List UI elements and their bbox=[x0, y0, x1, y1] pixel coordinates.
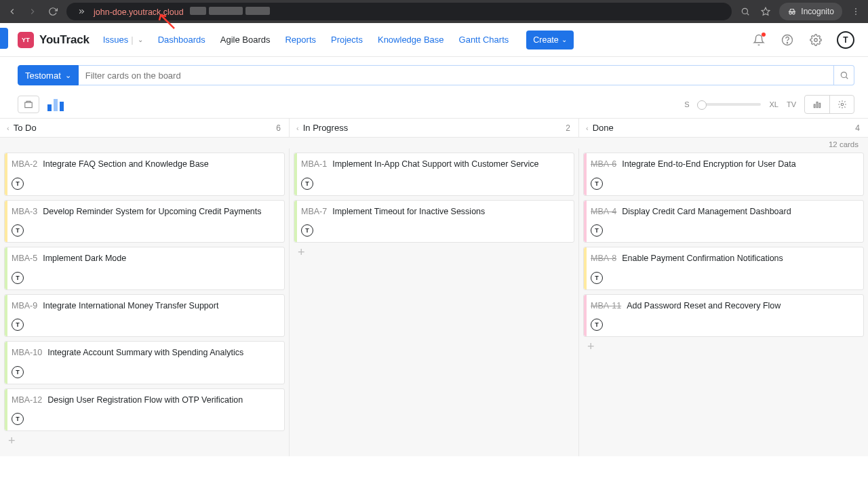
assignee-avatar[interactable]: T bbox=[12, 319, 24, 331]
browser-menu-icon[interactable] bbox=[849, 5, 863, 18]
card-title: Integrate International Money Transfer S… bbox=[43, 300, 218, 313]
logo-icon bbox=[18, 32, 34, 48]
card-id[interactable]: MBA-3 bbox=[12, 206, 37, 218]
column-header[interactable]: ‹ Done 4 bbox=[579, 119, 868, 137]
create-button[interactable]: Create ⌄ bbox=[526, 31, 574, 49]
card-id[interactable]: MBA-10 bbox=[12, 347, 42, 359]
incognito-badge[interactable]: Incognito bbox=[779, 3, 842, 20]
board-card[interactable]: MBA-8 Enable Payment Confirmation Notifi… bbox=[583, 247, 864, 290]
card-id[interactable]: MBA-12 bbox=[12, 395, 42, 407]
card-id[interactable]: MBA-8 bbox=[591, 253, 616, 265]
nav-knowledge-base[interactable]: Knowledge Base bbox=[378, 35, 444, 45]
notifications-icon[interactable] bbox=[751, 33, 766, 47]
forward-icon[interactable] bbox=[26, 5, 39, 18]
board-settings-icon[interactable] bbox=[829, 96, 854, 113]
svg-point-6 bbox=[855, 11, 856, 12]
incognito-icon bbox=[787, 7, 797, 16]
card-id[interactable]: MBA-1 bbox=[301, 159, 327, 171]
filter-input[interactable] bbox=[79, 65, 834, 85]
nav-gantt[interactable]: Gantt Charts bbox=[459, 35, 509, 45]
card-id[interactable]: MBA-11 bbox=[591, 300, 621, 313]
card-id[interactable]: MBA-9 bbox=[12, 300, 37, 313]
chevron-down-icon[interactable]: ⌄ bbox=[138, 36, 143, 43]
board-selector[interactable]: Testomat ⌄ bbox=[18, 65, 79, 85]
nav-dashboards[interactable]: Dashboards bbox=[158, 35, 205, 45]
svg-line-12 bbox=[846, 77, 848, 79]
card-id[interactable]: MBA-4 bbox=[591, 206, 616, 218]
assignee-avatar[interactable]: T bbox=[591, 272, 603, 284]
card-title: Design User Registration Flow with OTP V… bbox=[47, 395, 243, 407]
logo[interactable]: YouTrack bbox=[18, 32, 90, 48]
assignee-avatar[interactable]: T bbox=[12, 413, 24, 425]
board-card[interactable]: MBA-2 Integrate FAQ Section and Knowledg… bbox=[4, 153, 285, 196]
url-text: john-doe.youtrack.cloud bbox=[94, 7, 270, 17]
chevron-left-icon: ‹ bbox=[586, 124, 589, 132]
board-card[interactable]: MBA-11 Add Password Reset and Recovery F… bbox=[583, 294, 864, 338]
board-card[interactable]: MBA-9 Integrate International Money Tran… bbox=[4, 294, 285, 338]
bookmark-star-icon[interactable] bbox=[759, 5, 772, 18]
svg-point-3 bbox=[789, 12, 792, 14]
board-card[interactable]: MBA-6 Integrate End-to-End Encryption fo… bbox=[583, 153, 864, 196]
card-stripe bbox=[5, 389, 7, 431]
app-header: YouTrack Issues | ⌄ Dashboards Agile Boa… bbox=[0, 23, 868, 57]
assignee-avatar[interactable]: T bbox=[301, 178, 313, 190]
add-card-button[interactable]: + bbox=[4, 431, 20, 451]
assignee-avatar[interactable]: T bbox=[12, 224, 24, 237]
card-id[interactable]: MBA-7 bbox=[301, 206, 327, 218]
svg-line-1 bbox=[747, 13, 749, 15]
nav-agile-boards[interactable]: Agile Boards bbox=[220, 35, 271, 45]
board-card[interactable]: MBA-7 Implement Timeout for Inactive Ses… bbox=[294, 200, 574, 243]
nav-projects[interactable]: Projects bbox=[331, 35, 363, 45]
column-title: In Progress bbox=[303, 123, 348, 133]
add-card-button[interactable]: + bbox=[583, 337, 599, 357]
card-size-slider[interactable] bbox=[697, 103, 761, 106]
view-options bbox=[804, 95, 854, 114]
board-card[interactable]: MBA-5 Implement Dark Mode T bbox=[4, 247, 285, 290]
board-card[interactable]: MBA-12 Design User Registration Flow wit… bbox=[4, 388, 285, 432]
nav-links: Issues | ⌄ Dashboards Agile Boards Repor… bbox=[103, 31, 574, 49]
assignee-avatar[interactable]: T bbox=[591, 224, 603, 237]
assignee-avatar[interactable]: T bbox=[301, 224, 313, 237]
assignee-avatar[interactable]: T bbox=[591, 178, 603, 190]
column-title: Done bbox=[593, 123, 614, 133]
board-card[interactable]: MBA-3 Develop Reminder System for Upcomi… bbox=[4, 200, 285, 243]
assignee-avatar[interactable]: T bbox=[12, 272, 24, 284]
card-title: Display Credit Card Management Dashboard bbox=[622, 206, 791, 218]
card-id[interactable]: MBA-2 bbox=[12, 159, 37, 171]
user-avatar[interactable]: T bbox=[837, 31, 854, 49]
board-toolbar: S XL TV bbox=[0, 85, 868, 118]
card-id[interactable]: MBA-6 bbox=[591, 159, 616, 171]
chart-toggle-icon[interactable] bbox=[47, 98, 64, 111]
back-icon[interactable] bbox=[5, 5, 19, 18]
column: MBA-1 Implement In-App Chat Support with… bbox=[290, 148, 579, 456]
svg-rect-15 bbox=[819, 103, 821, 107]
help-icon[interactable] bbox=[780, 33, 795, 47]
assignee-avatar[interactable]: T bbox=[591, 319, 603, 331]
settings-icon[interactable] bbox=[808, 33, 823, 47]
card-stripe bbox=[294, 153, 297, 195]
assignee-avatar[interactable]: T bbox=[12, 178, 24, 190]
nav-issues[interactable]: Issues | ⌄ bbox=[103, 35, 143, 45]
card-title: Integrate Account Summary with Spending … bbox=[47, 347, 243, 359]
zoom-icon[interactable] bbox=[738, 5, 752, 18]
board-card[interactable]: MBA-4 Display Credit Card Management Das… bbox=[583, 200, 864, 243]
chevron-down-icon: ⌄ bbox=[65, 71, 71, 80]
board-card[interactable]: MBA-1 Implement In-App Chat Support with… bbox=[294, 153, 574, 196]
card-title: Integrate End-to-End Encryption for User… bbox=[622, 159, 795, 171]
site-info-icon[interactable] bbox=[75, 5, 88, 18]
card-id[interactable]: MBA-5 bbox=[12, 253, 37, 265]
board-card[interactable]: MBA-10 Integrate Account Summary with Sp… bbox=[4, 341, 285, 384]
reload-icon[interactable] bbox=[46, 5, 60, 18]
svg-point-7 bbox=[855, 14, 856, 15]
add-card-button[interactable]: + bbox=[294, 243, 309, 262]
nav-reports[interactable]: Reports bbox=[285, 35, 316, 45]
url-bar[interactable]: john-doe.youtrack.cloud bbox=[66, 3, 732, 20]
assignee-avatar[interactable]: T bbox=[12, 366, 24, 378]
column-header[interactable]: ‹ In Progress 2 bbox=[290, 119, 579, 137]
search-button[interactable] bbox=[834, 65, 854, 85]
backlog-icon[interactable] bbox=[18, 96, 39, 113]
columns: MBA-2 Integrate FAQ Section and Knowledg… bbox=[0, 148, 868, 456]
chart-view-icon[interactable] bbox=[805, 96, 829, 113]
column-header[interactable]: ‹ To Do 6 bbox=[0, 119, 290, 137]
svg-point-9 bbox=[787, 42, 787, 43]
